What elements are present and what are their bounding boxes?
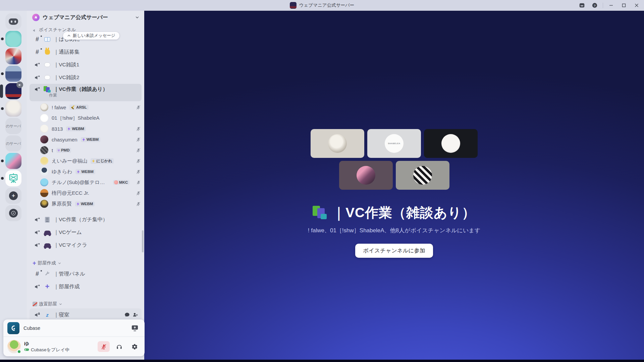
server-icon-text-2[interactable]: のサーバ [5,135,21,152]
unread-dot [1,107,4,110]
server-header[interactable]: ウェブマニア公式サーバー [27,11,144,24]
activity-row: Cubase [3,319,145,337]
role-badge: ♥PMD [56,148,71,153]
server-icon-text-1[interactable]: のサーバ [5,118,21,134]
avatar [328,134,347,153]
voice-member-eimii[interactable]: えいみー@福山 にじかれ [40,156,141,166]
activity-name: Cubase [23,325,126,331]
participant-tile[interactable] [311,129,364,158]
game-activity-icon [24,348,29,352]
channel-kanri-panel[interactable]: # ｜管理パネル [30,267,142,280]
avatar [40,168,48,176]
add-server-button[interactable]: + [5,188,21,204]
channel-vc-sagyou-gachi[interactable]: ｜VC作業（ガチ集中） [30,213,142,226]
book-emoji-icon [44,37,51,42]
plus-icon: + [33,260,36,266]
minimize-button[interactable] [606,1,616,9]
server-rail: のサーバ のサーバ + [0,11,27,360]
server-icon-anime-girl[interactable] [5,101,21,117]
channel-list: ボイスチャンネル # ｜はじめに # ｜通話募集 ｜VC雑談1 ｜VC雑談2 [27,24,144,321]
category-heya-sakusei[interactable]: + 部屋作成 [27,259,144,267]
channel-vc-sagyou-zatsudan-selected[interactable]: ｜VC作業（雑談あり） 作業 [30,84,142,101]
peach-icon [114,180,118,184]
heart-icon: ♥ [57,148,60,153]
voice-member-shabelea[interactable]: 01［!shw］ShabeleA [40,113,141,123]
speaker-icon [34,284,41,290]
participant-tile[interactable] [339,161,393,190]
active-server-indicator [0,84,3,98]
speaker-icon [34,217,41,223]
mic-muted-icon [136,180,141,185]
user-avatar[interactable] [7,340,21,353]
zzz-emoji-icon: z [44,312,51,318]
participant-tile[interactable] [396,161,449,190]
voice-member-yukirawa[interactable]: ゆきらわ WEBM [40,166,141,177]
channel-vc-game[interactable]: ｜VCゲーム [30,226,142,239]
unread-messages-banner[interactable]: 新しい未読メッセージ [63,32,119,40]
participant-tile[interactable]: SHABELEA [367,129,421,158]
channel-vc-minecraft[interactable]: ｜VCマイクラ [30,239,142,251]
voice-member-t[interactable]: t ♥PMD [40,145,141,156]
server-icon-easel[interactable] [5,170,21,186]
role-badge: WEBM [75,169,95,174]
inbox-icon[interactable] [577,1,587,9]
server-icon-teal-face[interactable] [5,31,21,47]
speaker-icon [34,229,41,236]
books-emoji-icon [44,86,51,93]
voice-member-chiruno[interactable]: チルノ(Sub)@飯テロ監視係 MKC [40,177,141,188]
username: ゆ [24,341,94,347]
no-entry-icon [33,302,37,306]
channel-heya-sakusei[interactable]: + ｜部屋作成 [30,280,142,293]
voice-member-butahara[interactable]: 豚原長賢 WEBM [40,198,141,209]
sidebar-scrollbar[interactable] [142,230,144,252]
discover-button[interactable] [5,205,21,221]
activity-status-text: Cubaseをプレイ中 [31,347,69,353]
server-icon-suit-man[interactable] [5,66,21,82]
window-title: ウェブマニア公式サーバー [299,2,355,8]
voice-member-falwe[interactable]: ! falwe ARSL [40,102,141,113]
invite-member-icon[interactable] [132,312,138,317]
channel-vc-zatsudan2[interactable]: ｜VC雑談2 [30,71,142,84]
speech-bubble-emoji-icon [44,75,51,80]
discord-logo-icon [9,18,18,25]
participant-tile[interactable] [424,129,478,158]
maximize-button[interactable] [619,1,629,9]
speech-bubble-emoji-icon [44,62,51,67]
server-icon-collage[interactable] [5,48,21,64]
help-icon[interactable]: ? [590,1,599,9]
online-status-dot [17,349,21,354]
deafen-button[interactable] [113,341,125,352]
mic-muted-icon [136,126,141,131]
unread-banner-label: 新しい未読メッセージ [73,33,115,39]
channel-vc-zatsudan1[interactable]: ｜VC雑談1 [30,58,142,71]
open-chat-icon[interactable] [124,312,130,317]
voice-member-chasyumen[interactable]: chasyumen WEBM [40,134,141,145]
channel-tsuwaboshu[interactable]: # ｜通話募集 [30,46,142,58]
close-button[interactable] [632,1,641,9]
hash-icon: # [34,271,41,277]
mic-muted-icon [136,137,141,142]
settings-button[interactable] [128,341,141,352]
speaker-icon [34,242,41,248]
avatar [40,200,48,208]
user-row[interactable]: ゆ Cubaseをプレイ中 [3,337,145,356]
unread-dot [1,38,4,40]
home-button[interactable] [5,13,21,29]
hand-emoji-icon [44,49,51,55]
cubase-app-icon [7,322,19,334]
mic-muted-icon [136,191,141,196]
server-icon-active-webmania[interactable] [5,83,21,99]
books-emoji-icon [313,206,327,220]
titlebar: ウェブマニア公式サーバー ? [0,0,644,11]
avatar [40,103,48,111]
join-voice-button[interactable]: ボイスチャンネルに参加 [355,244,433,258]
mic-muted-icon [136,159,141,164]
plus-emoji-icon: + [44,283,51,290]
mic-mute-button[interactable] [98,341,110,352]
voice-member-8313[interactable]: 8313 WEBM [40,123,141,134]
voice-channel-view: SHABELEA ｜VC作業（雑談あり） ! falwe、01［!shw］Sha… [144,11,644,360]
voice-member-daen[interactable]: 楕円@元ECC Jr. [40,188,141,198]
server-icon-anime-kiss[interactable] [5,153,21,169]
screen-share-icon[interactable] [130,324,140,333]
category-houchi-beya[interactable]: 放置部屋 [27,300,144,308]
